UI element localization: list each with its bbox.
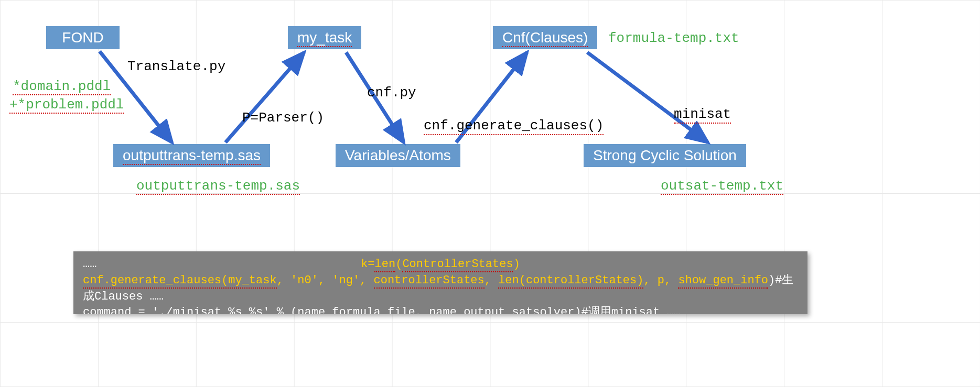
box-my-task-text: my_task [297, 29, 352, 47]
code-l2-genclauses: cnf.generate_clauses(my_task [83, 274, 277, 289]
label-cnfpy: cnf.py [367, 85, 416, 101]
code-block: …… k=k=len(ControllerStates)len(Controll… [73, 251, 807, 314]
code-l1-pre: …… [83, 258, 96, 271]
label-formula-temp: formula-temp.txt [608, 30, 739, 46]
label-parser: P=Parser() [242, 110, 324, 126]
label-domain-pddl: *domain.pddl [13, 79, 111, 94]
code-l3-command: command = './ [83, 306, 173, 314]
label-minisat: minisat [674, 106, 731, 122]
box-my-task: my_task [288, 26, 361, 49]
box-cnf-text: Cnf(Clauses) [502, 29, 588, 47]
box-cnf-clauses: Cnf(Clauses) [493, 26, 597, 49]
box-output-sas: outputtrans-temp.sas [113, 144, 270, 167]
arrow-cnf-to-solution [587, 52, 708, 142]
label-outsat-temp: outsat-temp.txt [661, 178, 783, 194]
code-l1-k: k=k=len(ControllerStates)len(ControllerS… [361, 257, 520, 273]
label-problem-pddl: +*problem.pddl [9, 97, 124, 113]
label-out-sas: outputtrans-temp.sas [136, 178, 300, 194]
box-variables-atoms: Variables/Atoms [336, 144, 460, 167]
box-solution: Strong Cyclic Solution [584, 144, 746, 167]
box-output-sas-text: outputtrans-temp.sas [123, 147, 261, 165]
label-gen: cnf.generate_clauses() [424, 118, 604, 134]
label-translate: Translate.py [127, 59, 225, 74]
arrow-sas-to-mytask [225, 52, 304, 142]
box-fond: FOND [46, 26, 120, 49]
